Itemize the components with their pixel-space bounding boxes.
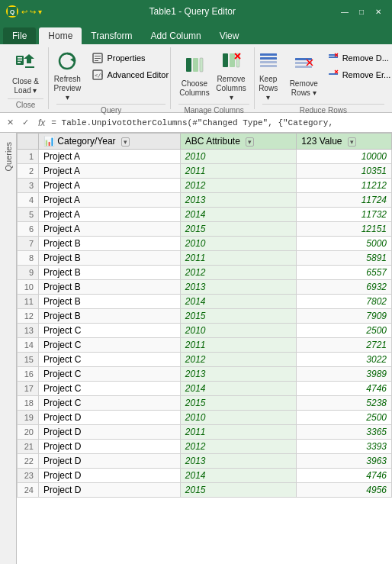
- row-number-cell: 12: [18, 309, 39, 324]
- row-number-cell: 14: [18, 338, 39, 353]
- value-cell: 12151: [297, 222, 392, 237]
- category-cell: Project B: [39, 237, 181, 251]
- category-cell: Project C: [39, 367, 181, 382]
- category-filter-icon[interactable]: ▾: [121, 137, 130, 147]
- refresh-preview-button[interactable]: RefreshPreview ▾: [50, 47, 84, 104]
- close-load-button[interactable]: Close &Load ▾: [9, 50, 42, 97]
- value-cell: 3393: [297, 440, 392, 454]
- tab-transform[interactable]: Transform: [82, 27, 141, 44]
- app-icon: Q: [6, 5, 18, 18]
- row-number-cell: 2: [18, 164, 39, 179]
- category-year-header[interactable]: 📊 Category/Year ▾: [39, 134, 181, 150]
- tab-file[interactable]: File: [3, 27, 36, 44]
- svg-rect-28: [295, 58, 312, 60]
- minimize-button[interactable]: —: [337, 4, 352, 19]
- tab-home[interactable]: Home: [39, 27, 82, 44]
- tab-add-column[interactable]: Add Column: [142, 27, 210, 44]
- row-number-cell: 23: [18, 469, 39, 483]
- keep-rows-button[interactable]: KeepRows ▾: [252, 47, 283, 104]
- reduce-rows-small-buttons: Remove D... Remove Er...: [324, 50, 392, 82]
- row-number-cell: 9: [18, 266, 39, 280]
- category-cell: Project B: [39, 309, 181, 324]
- value-cell: 4746: [297, 469, 392, 483]
- table-row: 19 Project D 2010 2500: [18, 411, 392, 425]
- main-area: Queries 📊 Category/Year ▾ ABC Attribute …: [0, 133, 392, 564]
- choose-columns-button[interactable]: ChooseColumns: [178, 52, 210, 99]
- remove-errors-label: Remove Er...: [342, 70, 391, 79]
- category-cell: Project B: [39, 266, 181, 280]
- category-cell: Project D: [39, 454, 181, 469]
- row-number-cell: 1: [18, 150, 39, 164]
- row-number-cell: 7: [18, 237, 39, 251]
- category-cell: Project A: [39, 179, 181, 193]
- close-load-icon: [13, 51, 37, 76]
- row-number-cell: 5: [18, 208, 39, 222]
- value-cell: 2721: [297, 338, 392, 353]
- table-row: 2 Project A 2011 10351: [18, 164, 392, 179]
- table-row: 3 Project A 2012 11212: [18, 179, 392, 193]
- row-number-cell: 19: [18, 411, 39, 425]
- category-cell: Project D: [39, 440, 181, 454]
- remove-columns-button[interactable]: RemoveColumns ▾: [213, 47, 249, 104]
- table-row: 18 Project C 2015 5238: [18, 396, 392, 411]
- remove-rows-icon: [291, 53, 316, 78]
- remove-rows-button[interactable]: RemoveRows ▾: [287, 47, 321, 104]
- table-row: 15 Project C 2012 3022: [18, 353, 392, 367]
- table-row: 8 Project B 2011 5891: [18, 251, 392, 266]
- formula-cancel-button[interactable]: ✕: [3, 116, 17, 130]
- advanced-editor-icon: </>: [92, 69, 104, 81]
- value-cell: 5000: [297, 237, 392, 251]
- refresh-label: RefreshPreview ▾: [53, 75, 81, 102]
- value-filter-icon[interactable]: ▾: [348, 137, 356, 147]
- row-number-cell: 20: [18, 425, 39, 440]
- row-number-cell: 8: [18, 251, 39, 266]
- table-row: 10 Project B 2013 6932: [18, 280, 392, 295]
- value-cell: 5891: [297, 251, 392, 266]
- category-cell: Project A: [39, 164, 181, 179]
- queries-label[interactable]: Queries: [2, 136, 14, 178]
- svg-rect-26: [260, 61, 277, 63]
- value-cell: 3365: [297, 425, 392, 440]
- svg-rect-11: [95, 56, 101, 56]
- attribute-cell: 2011: [180, 338, 297, 353]
- svg-marker-9: [70, 57, 75, 63]
- data-grid-container[interactable]: 📊 Category/Year ▾ ABC Attribute ▾ 123 Va…: [17, 133, 392, 564]
- attribute-cell: 2014: [180, 382, 297, 396]
- close-button[interactable]: ✕: [371, 4, 386, 19]
- title-bar-icons: Q ↩ ↪ ▾: [6, 5, 42, 18]
- attribute-cell: 2010: [180, 411, 297, 425]
- table-row: 5 Project A 2014 11732: [18, 208, 392, 222]
- fx-label: fx: [35, 118, 48, 128]
- ribbon-group-query: RefreshPreview ▾ Properties </> Advanced…: [52, 47, 171, 109]
- category-cell: Project B: [39, 251, 181, 266]
- svg-text:</>: </>: [95, 73, 103, 79]
- formula-input[interactable]: [51, 118, 389, 127]
- attribute-cell: 2013: [180, 280, 297, 295]
- row-number-cell: 6: [18, 222, 39, 237]
- remove-errors-button[interactable]: Remove Er...: [324, 67, 392, 82]
- remove-duplicates-button[interactable]: Remove D...: [324, 50, 392, 66]
- maximize-button[interactable]: □: [354, 4, 369, 19]
- advanced-editor-button[interactable]: </> Advanced Editor: [88, 67, 172, 82]
- row-number-cell: 11: [18, 295, 39, 309]
- value-cell: 6557: [297, 266, 392, 280]
- properties-label: Properties: [107, 53, 145, 63]
- keep-rows-icon: [256, 49, 281, 73]
- value-header[interactable]: 123 Value ▾: [297, 134, 392, 150]
- attribute-cell: 2012: [180, 266, 297, 280]
- properties-button[interactable]: Properties: [88, 50, 172, 66]
- tab-view[interactable]: View: [210, 27, 249, 44]
- attribute-cell: 2015: [180, 222, 297, 237]
- attribute-filter-icon[interactable]: ▾: [246, 137, 254, 147]
- remove-duplicates-label: Remove D...: [342, 53, 389, 63]
- attribute-header[interactable]: ABC Attribute ▾: [180, 134, 297, 150]
- svg-rect-17: [193, 58, 198, 72]
- value-cell: 4746: [297, 382, 392, 396]
- category-cell: Project C: [39, 324, 181, 338]
- category-header-label: Category/Year: [57, 136, 115, 147]
- choose-columns-label: ChooseColumns: [179, 79, 209, 98]
- svg-marker-6: [24, 54, 34, 63]
- formula-confirm-button[interactable]: ✓: [18, 116, 32, 130]
- svg-rect-37: [329, 73, 338, 75]
- reduce-rows-content: KeepRows ▾ RemoveRows ▾: [262, 47, 384, 104]
